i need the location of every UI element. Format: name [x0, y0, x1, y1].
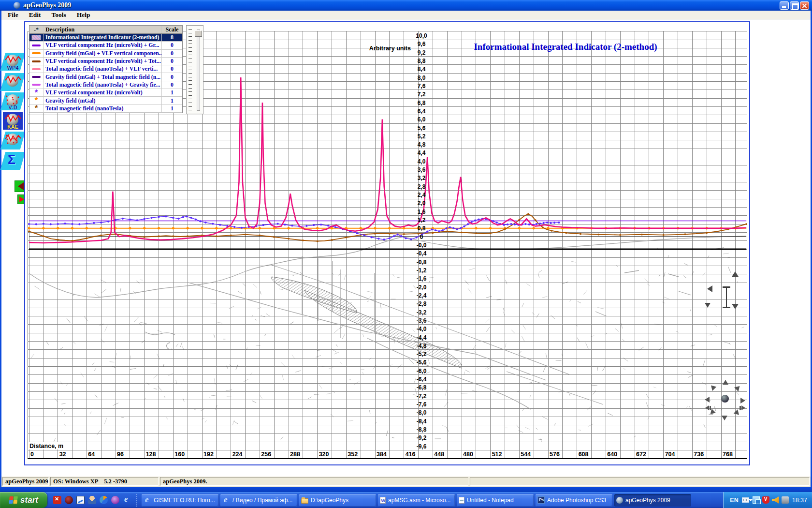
asterisk-swatch-icon: *	[35, 90, 38, 95]
svg-text:64: 64	[88, 451, 95, 458]
legend-row[interactable]: *VLF vertical component Hz (microVolt)1	[29, 89, 182, 97]
task-button[interactable]: apGeoPhys 2009	[614, 494, 691, 507]
svg-text:-4,0: -4,0	[417, 326, 427, 332]
svg-text:0,8: 0,8	[418, 225, 426, 232]
keyboard-layout-icon[interactable]	[742, 497, 749, 503]
rotate-arrow-icon[interactable]	[740, 398, 748, 403]
toolbar-button-wave[interactable]	[2, 73, 23, 91]
slider-tick	[188, 91, 192, 92]
tray-net-icon[interactable]	[753, 496, 760, 504]
svg-text:-6,0: -6,0	[417, 368, 427, 374]
pan-left-icon[interactable]	[704, 285, 712, 292]
legend-row[interactable]: *Gravity field (mGal)1	[29, 97, 182, 105]
svg-text:544: 544	[521, 451, 531, 458]
toolbar-button-label: V-D	[2, 105, 23, 110]
skip-right-button[interactable]	[740, 405, 748, 410]
toolbar-button-kae[interactable]: KAE	[2, 111, 23, 130]
quicklaunch-win-icon[interactable]	[76, 496, 85, 504]
toolbar-button-spark[interactable]	[2, 131, 23, 150]
svg-text:160: 160	[174, 451, 185, 458]
pan-down2-icon[interactable]	[705, 303, 710, 311]
rotate-arrow-icon[interactable]	[734, 382, 744, 392]
task-button[interactable]: Adobe Photoshop CS3	[536, 494, 612, 507]
line-swatch-icon	[32, 76, 41, 78]
legend-description: VLF vertical component Hz (microVolt) + …	[44, 42, 162, 49]
x-axis-label: Distance, m	[29, 443, 63, 449]
pan-down-icon[interactable]	[732, 304, 739, 313]
quicklaunch-ie-icon[interactable]	[123, 496, 131, 504]
rotate-arrow-icon[interactable]	[702, 397, 710, 403]
zoom-slider-track[interactable]	[726, 286, 727, 308]
legend-row[interactable]: VLF vertical component Hz (microVolt) + …	[29, 58, 182, 65]
svg-text:-1,6: -1,6	[417, 275, 427, 282]
ps-icon	[537, 496, 545, 504]
rotate-arrow-icon[interactable]	[707, 381, 717, 391]
pan-up-icon[interactable]	[732, 268, 739, 277]
task-button[interactable]: Untitled - Notepad	[457, 494, 534, 507]
quicklaunch-user-icon[interactable]	[88, 496, 96, 504]
svg-text:416: 416	[406, 451, 416, 458]
legend-scale-slider[interactable]	[186, 25, 203, 114]
window-border-bottom	[0, 487, 812, 492]
window-titlebar[interactable]: apGeoPhys 2009	[0, 0, 812, 11]
task-button[interactable]: / Видео / Прямой эф...	[220, 494, 297, 507]
quicklaunch-purple-icon[interactable]	[111, 496, 119, 504]
svg-text:-2,8: -2,8	[417, 300, 427, 307]
zoom-slider-bottom[interactable]	[723, 307, 730, 308]
legend-row[interactable]: Gravity field (mGal) + Total magnetic fi…	[29, 73, 182, 81]
quicklaunch-wmp-icon[interactable]	[100, 496, 108, 504]
task-label: D:\apGeoPhys	[311, 497, 348, 504]
task-button[interactable]: D:\apGeoPhys	[299, 494, 376, 507]
legend-marker-cell: *	[29, 105, 44, 112]
svg-text:-5,2: -5,2	[417, 351, 427, 358]
task-button[interactable]: apMSG.asm - Microso...	[378, 494, 455, 507]
quicklaunch-x-icon[interactable]	[53, 496, 61, 504]
rotate-arrow-icon[interactable]	[734, 409, 743, 419]
minimize-button[interactable]	[780, 1, 789, 10]
legend-marker-cell	[29, 50, 44, 57]
legend-row[interactable]: *Total magnetic field (nanoTesla)1	[29, 105, 182, 113]
rotate-arrow-icon[interactable]	[722, 416, 727, 423]
language-indicator[interactable]: EN	[730, 497, 738, 504]
toolbar-button-wp4[interactable]: WP4	[2, 52, 23, 71]
legend-row[interactable]: VLF vertical component Hz (microVolt) + …	[29, 42, 182, 49]
rotate-arrow-icon[interactable]	[723, 377, 728, 385]
toolbar-button-vd[interactable]: V-D	[2, 92, 23, 111]
restore-button[interactable]	[790, 1, 799, 10]
zoom-slider-top[interactable]	[723, 286, 730, 288]
note-icon	[459, 497, 464, 504]
legend-row[interactable]: Gravity field (mGal) + VLF vertical comp…	[29, 50, 182, 58]
sphere-wave-icon	[2, 73, 23, 91]
svg-text:2,8: 2,8	[418, 183, 426, 190]
tray-shield-icon[interactable]	[762, 496, 769, 504]
slider-thumb[interactable]	[195, 30, 202, 37]
toolbar-button-sigma[interactable]: Σ	[2, 151, 23, 170]
legend-scale-value: 1	[162, 97, 182, 105]
folder-icon	[301, 498, 308, 504]
legend-row[interactable]: Total magnetic field (nanoTesla) + VLF v…	[29, 65, 182, 73]
menu-help[interactable]: Help	[77, 11, 90, 19]
legend-header-description: Description	[44, 26, 162, 33]
legend-row[interactable]: Informational Integrated Indicator (2-me…	[29, 34, 182, 42]
rotate-wheel-control	[698, 372, 752, 428]
svg-text:9,2: 9,2	[418, 49, 426, 56]
skip-left-button[interactable]	[703, 405, 711, 410]
slider-groove[interactable]	[197, 30, 200, 111]
taskbar: start GISMETEO.RU: Пого.../ Видео / Прям…	[0, 492, 812, 508]
menu-edit[interactable]: Edit	[29, 11, 41, 19]
menu-tools[interactable]: Tools	[52, 11, 66, 19]
menu-file[interactable]: File	[8, 11, 18, 19]
legend-row[interactable]: Total magnetic field (nanoTesla) + Gravi…	[29, 81, 182, 89]
svg-text:5,2: 5,2	[418, 133, 426, 140]
close-button[interactable]	[800, 1, 809, 10]
task-button[interactable]: GISMETEO.RU: Пого...	[142, 494, 218, 507]
tray-gray-icon[interactable]	[782, 496, 789, 504]
slider-tick	[188, 99, 192, 99]
tray-vol-icon[interactable]	[772, 496, 779, 504]
svg-text:10,0: 10,0	[416, 32, 427, 39]
wheel-center-knob[interactable]	[721, 395, 729, 403]
slider-tick	[188, 70, 192, 70]
quicklaunch-disc-icon[interactable]	[65, 496, 73, 504]
start-button[interactable]: start	[0, 492, 47, 508]
svg-text:448: 448	[434, 451, 444, 458]
